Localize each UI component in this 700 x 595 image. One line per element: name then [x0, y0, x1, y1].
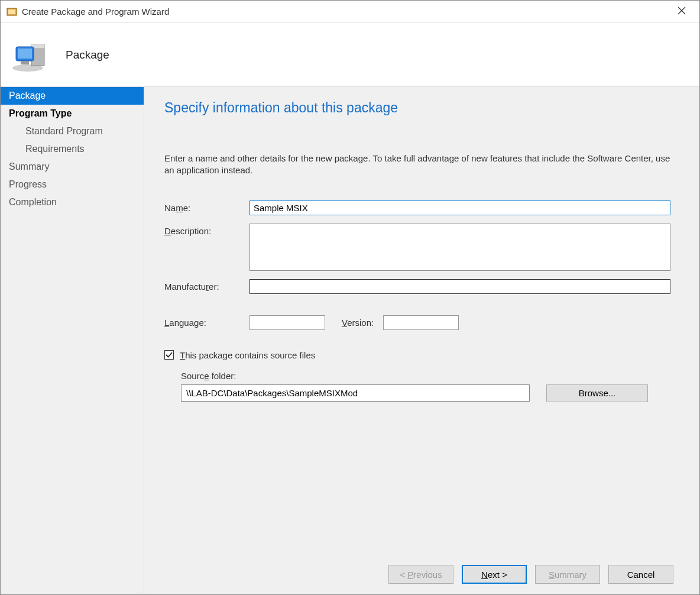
svg-rect-1 [8, 9, 15, 14]
sidebar-item-package[interactable]: Package [1, 87, 144, 105]
manufacturer-row: Manufacturer: [164, 279, 673, 294]
name-row: Name: [164, 201, 673, 215]
browse-button[interactable]: Browse... [546, 384, 648, 402]
sidebar-item-completion[interactable]: Completion [1, 193, 144, 211]
description-row: Description: [164, 224, 673, 271]
page-title: Specify information about this package [164, 100, 673, 116]
sidebar-item-summary[interactable]: Summary [1, 158, 144, 176]
manufacturer-input[interactable] [249, 279, 670, 294]
description-input[interactable] [249, 224, 670, 271]
language-label: Language: [164, 315, 249, 328]
cancel-button[interactable]: Cancel [608, 565, 673, 584]
wizard-footer: < Previous Next > Summary Cancel [388, 565, 673, 584]
language-input[interactable] [249, 315, 325, 330]
next-button[interactable]: Next > [462, 565, 527, 584]
manufacturer-label: Manufacturer: [164, 279, 249, 292]
summary-button: Summary [535, 565, 600, 584]
wizard-header: Package [1, 23, 699, 87]
svg-rect-8 [18, 48, 32, 59]
sidebar-item-program-type[interactable]: Program Type [1, 105, 144, 122]
language-version-row: Language: Version: [164, 315, 673, 330]
package-icon [11, 36, 49, 74]
wizard-body: Package Program Type Standard Program Re… [1, 87, 699, 595]
window-title: Create Package and Program Wizard [22, 7, 670, 17]
name-input[interactable] [249, 201, 670, 215]
close-button[interactable] [670, 7, 693, 17]
app-icon [7, 7, 17, 17]
header-title: Package [66, 48, 109, 62]
source-files-checkbox-row: This package contains source files [164, 350, 673, 360]
source-files-checkbox[interactable] [164, 350, 174, 360]
source-files-checkbox-label: This package contains source files [180, 350, 315, 360]
svg-rect-9 [21, 61, 29, 64]
source-folder-section: Source folder: Browse... [181, 371, 673, 402]
source-folder-label: Source folder: [181, 371, 673, 381]
titlebar: Create Package and Program Wizard [1, 1, 699, 23]
version-input[interactable] [383, 315, 459, 330]
description-label: Description: [164, 224, 249, 236]
sidebar-item-progress[interactable]: Progress [1, 176, 144, 193]
previous-button: < Previous [388, 565, 453, 584]
intro-text: Enter a name and other details for the n… [164, 153, 673, 177]
content-pane: Specify information about this package E… [144, 87, 699, 595]
sidebar-item-standard-program[interactable]: Standard Program [1, 122, 144, 140]
sidebar-item-requirements[interactable]: Requirements [1, 140, 144, 158]
sidebar: Package Program Type Standard Program Re… [1, 87, 144, 595]
version-label: Version: [342, 315, 374, 328]
source-folder-input[interactable] [181, 384, 530, 402]
name-label: Name: [164, 201, 249, 213]
